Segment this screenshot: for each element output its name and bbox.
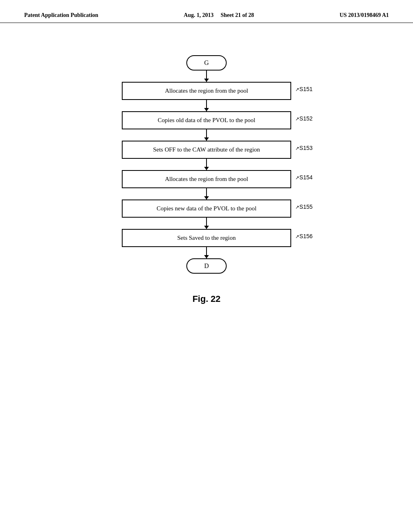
step-s153: Sets OFF to the CAW attribute of the reg… — [122, 141, 291, 159]
step-s152: Copies old data of the PVOL to the pool … — [122, 111, 291, 129]
step-label-s156: S156 — [295, 233, 313, 239]
figure-caption: Fig. 22 — [192, 294, 221, 304]
arrow-6 — [206, 247, 207, 258]
flowchart: G Allocates the region from the pool S15… — [106, 55, 307, 304]
end-terminal: D — [186, 258, 227, 274]
step-label-s151: S151 — [295, 86, 313, 92]
sheet-info: Sheet 21 of 28 — [221, 12, 254, 18]
arrow-3 — [206, 159, 207, 170]
step-label-s155: S155 — [295, 204, 313, 210]
step-s151: Allocates the region from the pool S151 — [122, 82, 291, 100]
arrow-4 — [206, 188, 207, 200]
arrow-2 — [206, 129, 207, 141]
start-terminal: G — [186, 55, 227, 71]
step-s156: Sets Saved to the region S156 — [122, 229, 291, 247]
date: Aug. 1, 2013 — [184, 12, 214, 18]
step-label-s152: S152 — [295, 115, 313, 122]
step-s155: Copies new data of the PVOL to the pool … — [122, 200, 291, 218]
main-content: G Allocates the region from the pool S15… — [0, 23, 413, 304]
step-s154: Allocates the region from the pool S154 — [122, 170, 291, 188]
patent-number: US 2013/0198469 A1 — [340, 12, 389, 19]
arrow-1 — [206, 100, 207, 111]
publication-label: Patent Application Publication — [24, 12, 98, 19]
step-label-s153: S153 — [295, 145, 313, 151]
arrow-5 — [206, 218, 207, 229]
date-sheet: Aug. 1, 2013 Sheet 21 of 28 — [184, 12, 254, 19]
page-header: Patent Application Publication Aug. 1, 2… — [0, 0, 413, 23]
arrow-0 — [206, 71, 207, 82]
step-label-s154: S154 — [295, 174, 313, 181]
